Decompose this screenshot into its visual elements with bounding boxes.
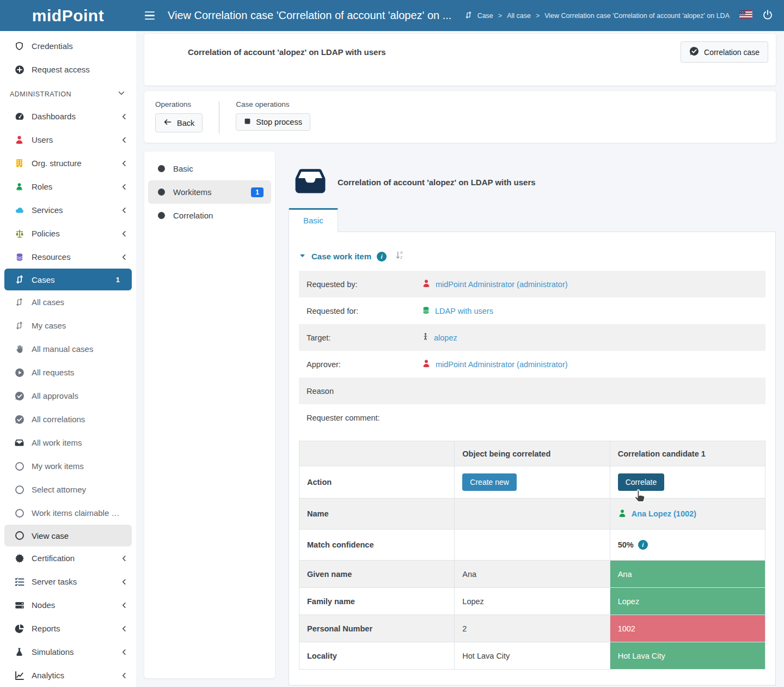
correlation-table: Object being correlated Correlation cand… <box>299 441 765 670</box>
sidebar-item-reports[interactable]: Reports <box>0 617 136 640</box>
sidebar-item-all-manual-cases[interactable]: All manual cases <box>0 337 136 361</box>
sidebar-item-my-work-items[interactable]: My work items <box>0 454 136 478</box>
sidebar-item-select-attorney[interactable]: Select attorney <box>0 478 136 501</box>
flask-icon <box>14 647 24 657</box>
sidebar-item-label: Select attorney <box>32 485 86 494</box>
topbar-right: Case > All case > View Correlation case … <box>464 9 784 22</box>
correlate-button[interactable]: Correlate <box>618 473 665 491</box>
sidebar-item-label: Services <box>32 205 63 215</box>
chevron-left-icon <box>121 625 127 632</box>
sidebar-item-label: All work items <box>32 438 82 447</box>
row-label: Family name <box>299 588 455 615</box>
sidebar-item-all-work-items[interactable]: All work items <box>0 431 136 454</box>
case-nav-correlation[interactable]: Correlation <box>144 204 275 227</box>
chevron-left-icon <box>121 207 127 214</box>
sidebar-item-all-correlations[interactable]: All correlations <box>0 408 136 431</box>
info-icon[interactable]: i <box>377 252 387 262</box>
chevron-left-icon <box>121 579 127 585</box>
sidebar-item-all-cases[interactable]: All cases <box>0 290 136 314</box>
sidebar-item-services[interactable]: Services <box>0 198 136 222</box>
locale-flag-us[interactable] <box>739 10 752 21</box>
sidebar-item-label: Roles <box>32 182 52 191</box>
row-label: Given name <box>299 561 455 588</box>
info-icon[interactable]: i <box>638 540 648 550</box>
candidate-name-link[interactable]: Ana Lopez (1002) <box>632 509 696 518</box>
details-header: Correlation of account 'alopez' on LDAP … <box>289 151 776 196</box>
sidebar-item-view-case[interactable]: View case <box>4 525 132 546</box>
chevron-left-icon <box>121 254 127 260</box>
dot-icon <box>158 189 165 196</box>
breadcrumb-separator: > <box>498 12 502 20</box>
hamburger-menu-icon[interactable] <box>145 10 159 21</box>
sidebar-item-label: All approvals <box>32 391 78 400</box>
sidebar-item-roles[interactable]: Roles <box>0 175 136 198</box>
case-header-card: Correlation of account 'alopez' on LDAP … <box>144 34 776 86</box>
sidebar-item-request-access[interactable]: Request access <box>0 58 136 81</box>
case-work-item-section-header: Case work item i AZ <box>299 251 765 262</box>
sidebar-item-all-requests[interactable]: All requests <box>0 361 136 384</box>
nav-label: Workitems <box>173 187 212 197</box>
sidebar-item-cases[interactable]: Cases 1 <box>4 269 132 290</box>
rosette-icon <box>14 553 24 563</box>
sidebar-item-simulations[interactable]: Simulations <box>0 640 136 664</box>
chevron-down-icon <box>118 89 125 99</box>
logo-box[interactable]: midPoint <box>0 0 136 31</box>
details-title: Correlation of account 'alopez' on LDAP … <box>338 178 536 187</box>
logout-power-icon[interactable] <box>762 9 773 22</box>
sidebar-item-label: Server tasks <box>32 577 77 586</box>
sidebar-item-label: Credentials <box>32 41 73 51</box>
case-nav-workitems[interactable]: Workitems 1 <box>148 180 271 204</box>
requested-for-link[interactable]: LDAP with users <box>435 307 493 315</box>
chevron-left-icon <box>121 555 127 562</box>
case-operations-label: Case operations <box>236 100 310 108</box>
sidebar-item-dashboards[interactable]: Dashboards <box>0 105 136 128</box>
row-label: Match confidence <box>299 530 455 561</box>
sidebar-item-my-cases[interactable]: My cases <box>0 314 136 337</box>
sidebar-item-users[interactable]: Users <box>0 128 136 151</box>
row-label: Action <box>299 466 455 498</box>
dot-icon <box>158 165 165 172</box>
breadcrumb-all-case[interactable]: All case <box>507 12 531 20</box>
corner-header <box>299 441 455 466</box>
table-row-match-confidence: Match confidence 50% i <box>299 530 765 561</box>
row-label: Locality <box>299 642 455 670</box>
sidebar-section-administration[interactable]: ADMINISTRATION <box>0 81 136 105</box>
sidebar-item-credentials[interactable]: Credentials <box>0 34 136 58</box>
requested-by-link[interactable]: midPoint Administrator (administrator) <box>436 280 568 289</box>
sidebar-item-work-items-claimable[interactable]: Work items claimable … <box>0 501 136 525</box>
details-tabs: Basic <box>289 208 776 232</box>
server-icon <box>14 600 24 610</box>
sidebar-item-certification[interactable]: Certification <box>0 546 136 570</box>
target-link[interactable]: alopez <box>434 333 457 342</box>
breadcrumb-case[interactable]: Case <box>477 12 493 20</box>
sort-alpha-down-icon[interactable]: AZ <box>395 251 405 262</box>
sidebar-item-all-approvals[interactable]: All approvals <box>0 384 136 408</box>
candidate-value-cell: Lopez <box>610 588 765 615</box>
building-icon <box>14 158 24 168</box>
tab-basic[interactable]: Basic <box>289 208 338 232</box>
correlation-case-badge[interactable]: Correlation case <box>681 41 768 63</box>
sidebar-item-label: My cases <box>32 321 66 330</box>
chevron-left-icon <box>121 113 127 120</box>
field-requested-by: Requested by: midPoint Administrator (ad… <box>299 271 765 297</box>
case-nav-basic[interactable]: Basic <box>144 157 275 180</box>
back-label: Back <box>177 119 194 127</box>
sidebar-item-policies[interactable]: Policies <box>0 222 136 245</box>
hand-icon <box>14 344 24 354</box>
sidebar-item-nodes[interactable]: Nodes <box>0 593 136 617</box>
object-value: Ana <box>455 561 610 588</box>
operations-divider <box>219 101 219 133</box>
sidebar-item-server-tasks[interactable]: Server tasks <box>0 570 136 593</box>
candidate-value-cell: Ana <box>610 561 765 587</box>
check-circle-icon <box>14 414 24 424</box>
create-new-button[interactable]: Create new <box>462 473 517 491</box>
database-icon <box>14 252 24 262</box>
sidebar-item-org-structure[interactable]: Org. structure <box>0 151 136 175</box>
approver-link[interactable]: midPoint Administrator (administrator) <box>436 360 568 369</box>
sidebar-item-resources[interactable]: Resources <box>0 245 136 269</box>
stop-process-button[interactable]: Stop process <box>236 113 310 131</box>
sidebar-item-analytics[interactable]: Analytics <box>0 664 136 687</box>
back-button[interactable]: Back <box>155 113 203 132</box>
candidate-column-header: Correlation candidate 1 <box>610 441 765 466</box>
caret-down-icon[interactable] <box>299 252 306 262</box>
